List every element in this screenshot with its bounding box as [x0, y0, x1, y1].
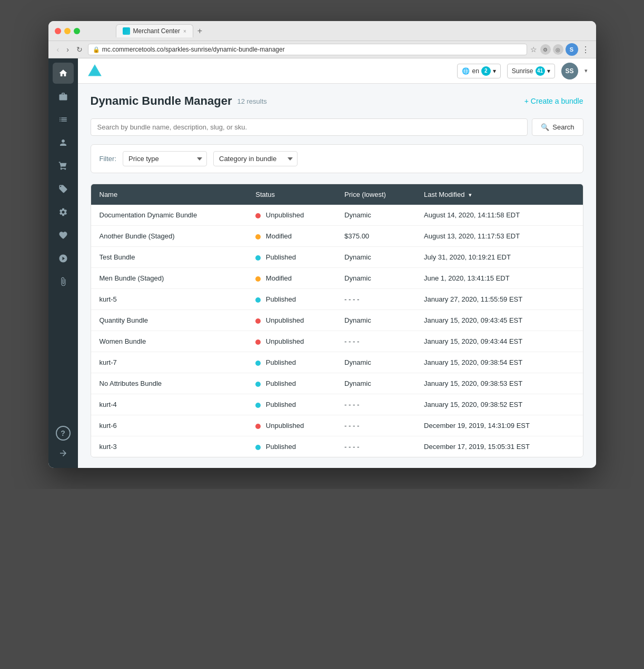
user-avatar[interactable]: SS	[561, 63, 578, 79]
minimize-traffic-light[interactable]	[64, 28, 71, 34]
cell-price: Dynamic	[336, 247, 415, 268]
tab-favicon	[123, 27, 130, 35]
price-type-filter[interactable]: Price type	[123, 151, 207, 166]
cell-name: No Attributes Bundle	[91, 373, 247, 394]
tab-close-button[interactable]: ×	[183, 28, 186, 34]
table-row[interactable]: Men Bundle (Staged) Modified Dynamic Jun…	[91, 268, 583, 289]
table-body: Documentation Dynamic Bundle Unpublished…	[91, 205, 583, 457]
table-row[interactable]: kurt-3 Published - - - - December 17, 20…	[91, 436, 583, 457]
cell-status: Published	[247, 436, 336, 457]
search-bar: 🔍 Search	[91, 118, 583, 136]
create-bundle-button[interactable]: + Create a bundle	[524, 97, 583, 105]
cell-price: - - - -	[336, 289, 415, 310]
cell-price: - - - -	[336, 394, 415, 415]
cell-status: Published	[247, 352, 336, 373]
cell-price: - - - -	[336, 331, 415, 352]
reload-button[interactable]: ↻	[74, 44, 85, 55]
lang-badge: 2	[481, 66, 491, 76]
cell-price: Dynamic	[336, 205, 415, 226]
status-dot	[255, 340, 261, 345]
cell-modified: January 15, 2020, 09:38:52 EST	[415, 394, 582, 415]
status-dot	[255, 234, 261, 239]
table-row[interactable]: Documentation Dynamic Bundle Unpublished…	[91, 205, 583, 226]
cell-modified: June 1, 2020, 13:41:15 EDT	[415, 268, 582, 289]
bookmark-button[interactable]: ☆	[530, 45, 537, 54]
cell-name: kurt-6	[91, 415, 247, 436]
table-row[interactable]: kurt-6 Unpublished - - - - December 19, …	[91, 415, 583, 436]
store-name: Sunrise	[512, 67, 533, 75]
sidebar-item-home[interactable]	[53, 63, 74, 84]
search-btn-label: Search	[552, 123, 574, 131]
language-selector[interactable]: 🌐 en 2 ▾	[457, 64, 500, 78]
status-label: Modified	[266, 274, 292, 282]
cell-modified: January 15, 2020, 09:43:45 EST	[415, 310, 582, 331]
sidebar-item-logout[interactable]	[53, 443, 74, 464]
app-logo	[86, 63, 103, 79]
store-selector[interactable]: Sunrise 41 ▾	[507, 64, 555, 78]
cell-price: - - - -	[336, 436, 415, 457]
cell-price: - - - -	[336, 415, 415, 436]
sidebar-item-categories[interactable]	[53, 109, 74, 130]
active-tab[interactable]: Merchant Center ×	[116, 24, 193, 37]
address-bar[interactable]: 🔒 mc.commercetools.co/sparkles-sunrise/d…	[88, 44, 527, 55]
bundles-table: Name Status Price (lowest) Last Modified…	[91, 184, 583, 457]
globe-icon: 🌐	[462, 67, 470, 75]
search-button[interactable]: 🔍 Search	[532, 118, 583, 136]
search-input-wrapper	[91, 118, 528, 136]
cell-status: Published	[247, 289, 336, 310]
traffic-lights	[55, 28, 80, 34]
results-count: 12 results	[237, 97, 266, 105]
status-dot	[255, 318, 261, 324]
search-input[interactable]	[97, 123, 521, 131]
forward-button[interactable]: ›	[64, 44, 71, 55]
cell-status: Modified	[247, 226, 336, 247]
status-dot	[255, 213, 261, 218]
sidebar-item-attachments[interactable]	[53, 271, 74, 292]
cell-name: Another Bundle (Staged)	[91, 226, 247, 247]
cell-modified: December 17, 2019, 15:05:31 EST	[415, 436, 582, 457]
cell-modified: January 15, 2020, 09:43:44 EST	[415, 331, 582, 352]
sidebar-item-help[interactable]: ?	[56, 426, 71, 441]
category-filter[interactable]: Category in bundle	[213, 151, 298, 166]
profile-button[interactable]: S	[566, 43, 578, 56]
table-row[interactable]: kurt-5 Published - - - - January 27, 202…	[91, 289, 583, 310]
cell-price: Dynamic	[336, 310, 415, 331]
maximize-traffic-light[interactable]	[74, 28, 80, 34]
more-options-button[interactable]: ⋮	[581, 45, 590, 55]
cell-name: Women Bundle	[91, 331, 247, 352]
sidebar-item-products[interactable]	[53, 86, 74, 107]
extension-btn-1[interactable]: ⚙	[540, 44, 551, 55]
lang-text: en	[472, 67, 479, 75]
table-row[interactable]: Women Bundle Unpublished - - - - January…	[91, 331, 583, 352]
table-row[interactable]: No Attributes Bundle Published Dynamic J…	[91, 373, 583, 394]
table-row[interactable]: Quantity Bundle Unpublished Dynamic Janu…	[91, 310, 583, 331]
extension-btn-2[interactable]: ◎	[553, 44, 563, 55]
cell-name: Quantity Bundle	[91, 310, 247, 331]
sort-arrow-icon: ▾	[469, 192, 472, 198]
store-chevron-icon: ▾	[547, 67, 550, 75]
sidebar-item-customers[interactable]	[53, 132, 74, 153]
table-row[interactable]: kurt-4 Published - - - - January 15, 202…	[91, 394, 583, 415]
sidebar-item-discounts[interactable]	[53, 178, 74, 199]
close-traffic-light[interactable]	[55, 28, 61, 34]
tab-title: Merchant Center	[133, 27, 180, 35]
table-row[interactable]: Another Bundle (Staged) Modified $375.00…	[91, 226, 583, 247]
table-row[interactable]: kurt-7 Published Dynamic January 15, 202…	[91, 352, 583, 373]
status-label: Unpublished	[266, 316, 304, 324]
sidebar-item-settings[interactable]	[53, 202, 74, 223]
sidebar-item-wishlist[interactable]	[53, 225, 74, 246]
new-tab-button[interactable]: +	[193, 24, 206, 38]
sidebar-item-extensions[interactable]	[53, 248, 74, 269]
status-dot	[255, 297, 261, 303]
sidebar-item-orders[interactable]	[53, 155, 74, 176]
cell-status: Published	[247, 247, 336, 268]
page-content: Dynamic Bundle Manager 12 results + Crea…	[78, 84, 596, 468]
tab-bar: Merchant Center × +	[116, 24, 590, 38]
status-dot	[255, 445, 261, 450]
table-row[interactable]: Test Bundle Published Dynamic July 31, 2…	[91, 247, 583, 268]
status-label: Published	[266, 295, 296, 303]
back-button[interactable]: ‹	[55, 44, 62, 55]
cell-status: Unpublished	[247, 415, 336, 436]
col-modified[interactable]: Last Modified ▾	[415, 184, 582, 205]
cell-status: Unpublished	[247, 331, 336, 352]
